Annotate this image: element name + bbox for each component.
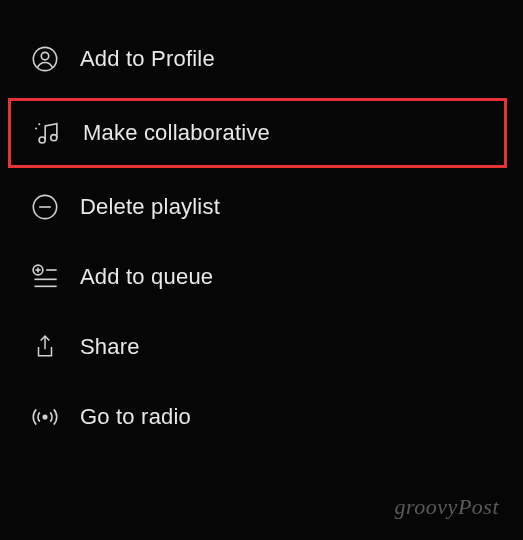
menu-item-go-to-radio[interactable]: Go to radio <box>0 382 523 452</box>
svg-point-1 <box>41 52 48 59</box>
add-queue-icon <box>30 262 60 292</box>
share-icon <box>30 332 60 362</box>
menu-item-label: Add to queue <box>80 264 213 290</box>
svg-point-4 <box>38 123 40 125</box>
watermark: groovyPost <box>395 494 499 520</box>
minus-circle-icon <box>30 192 60 222</box>
svg-point-14 <box>42 414 47 419</box>
svg-point-2 <box>39 137 45 143</box>
music-note-icon <box>33 118 63 148</box>
svg-point-3 <box>51 135 57 141</box>
radio-icon <box>30 402 60 432</box>
menu-item-label: Go to radio <box>80 404 191 430</box>
menu-item-label: Delete playlist <box>80 194 220 220</box>
menu-item-delete-playlist[interactable]: Delete playlist <box>0 172 523 242</box>
menu-item-make-collaborative[interactable]: Make collaborative <box>8 98 507 168</box>
profile-icon <box>30 44 60 74</box>
context-menu: Add to Profile Make collaborative Delete… <box>0 24 523 452</box>
menu-item-add-to-queue[interactable]: Add to queue <box>0 242 523 312</box>
menu-item-label: Make collaborative <box>83 120 270 146</box>
svg-point-5 <box>35 128 37 130</box>
menu-item-label: Add to Profile <box>80 46 215 72</box>
menu-item-share[interactable]: Share <box>0 312 523 382</box>
menu-item-label: Share <box>80 334 140 360</box>
menu-item-add-to-profile[interactable]: Add to Profile <box>0 24 523 94</box>
